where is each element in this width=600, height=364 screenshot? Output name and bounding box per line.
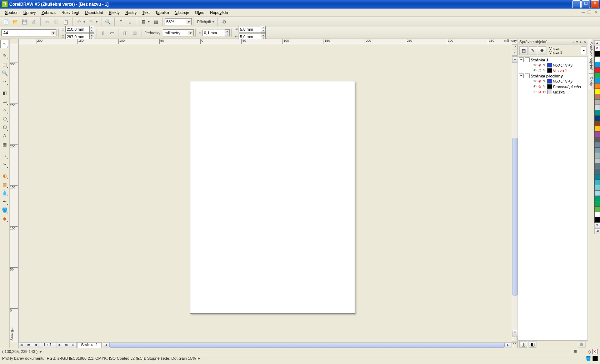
all-pages-button[interactable]: ◫ bbox=[121, 29, 130, 37]
new-layer-button[interactable]: ◫ bbox=[519, 341, 527, 348]
scroll-thumb[interactable] bbox=[109, 343, 505, 348]
copy-button[interactable]: ⿻ bbox=[52, 17, 61, 26]
color-swatch[interactable] bbox=[594, 131, 600, 137]
menu-okno[interactable]: Okno bbox=[192, 10, 207, 15]
color-swatch[interactable] bbox=[594, 206, 600, 212]
edit-icon[interactable]: ✎ bbox=[542, 63, 546, 67]
last-page-button[interactable]: ⏭ bbox=[63, 342, 70, 348]
doc-minimize-button[interactable]: ─ bbox=[581, 10, 585, 15]
color-swatch[interactable] bbox=[594, 174, 600, 180]
doc-close-button[interactable]: ✕ bbox=[594, 10, 598, 15]
edit-icon[interactable]: ✎ bbox=[542, 69, 546, 73]
panel-title-bar[interactable]: Správce objektů » ▾ ▴ ✕ bbox=[518, 39, 588, 45]
scroll-up-button[interactable]: ▲ bbox=[512, 56, 518, 63]
edit-icon[interactable]: ✎ bbox=[542, 79, 546, 84]
flyout-icon[interactable]: ▶ bbox=[40, 350, 42, 353]
color-swatch[interactable] bbox=[594, 78, 600, 84]
fill-swatch[interactable] bbox=[592, 356, 598, 361]
flyout-icon[interactable]: ▶ bbox=[198, 357, 200, 360]
app-launch-button[interactable]: ▦ bbox=[152, 17, 160, 26]
undo-button[interactable]: ↶ bbox=[75, 17, 83, 26]
color-swatch[interactable] bbox=[594, 190, 600, 196]
page-size-combo[interactable]: A4▾ bbox=[1, 29, 56, 36]
print-icon[interactable]: ⊘ bbox=[537, 85, 542, 89]
vertical-ruler[interactable]: milimetry 300250200150100500 bbox=[10, 44, 19, 342]
visibility-icon[interactable]: 👁 bbox=[532, 69, 537, 73]
prev-page-button[interactable]: ◀ bbox=[32, 342, 39, 348]
tree-item-label[interactable]: Pracovní plocha bbox=[553, 85, 581, 89]
collapse-icon[interactable]: − bbox=[519, 74, 524, 78]
menu-text[interactable]: Text bbox=[140, 10, 152, 15]
color-swatch[interactable] bbox=[594, 67, 600, 73]
layer-color-icon[interactable] bbox=[547, 63, 552, 67]
tree-item-label[interactable]: Mřížka bbox=[553, 90, 565, 94]
menu-usporadat[interactable]: Uspořádat bbox=[82, 10, 106, 15]
layer-color-icon[interactable] bbox=[547, 90, 552, 94]
print-icon[interactable]: ⊘ bbox=[537, 90, 542, 94]
color-swatch[interactable] bbox=[594, 201, 600, 207]
tree-master-label[interactable]: Stránka předlohy bbox=[531, 74, 563, 78]
scroll-left-button[interactable]: ◀ bbox=[103, 343, 109, 348]
panel-expand-icon[interactable]: » bbox=[572, 40, 575, 44]
color-swatch[interactable] bbox=[594, 105, 600, 110]
print-icon[interactable]: ⊘ bbox=[537, 63, 542, 67]
layer-view-icon[interactable]: 👁 bbox=[538, 46, 546, 55]
object-tree[interactable]: −Stránka 1 👁⊘✎Vodicí linky 👁🖨✎Vrstva 1 −… bbox=[518, 57, 588, 340]
color-swatch[interactable] bbox=[594, 169, 600, 175]
pick-tool[interactable]: ↖ bbox=[0, 40, 9, 48]
layer-color-icon[interactable] bbox=[547, 68, 552, 73]
tree-page-label[interactable]: Stránka 1 bbox=[531, 58, 549, 62]
color-swatch[interactable] bbox=[594, 196, 600, 201]
minimize-button[interactable]: _ bbox=[572, 0, 581, 8]
open-button[interactable]: 📂 bbox=[11, 17, 20, 26]
dimension-tool[interactable]: ↔ bbox=[1, 152, 9, 160]
polygon-tool[interactable]: ⬠ bbox=[1, 115, 9, 122]
connector-tool[interactable]: ⤷ bbox=[1, 160, 9, 168]
panel-flyout-button[interactable]: ▸ bbox=[581, 46, 586, 55]
basic-shapes-tool[interactable]: ⬡ bbox=[1, 123, 9, 131]
color-swatch[interactable] bbox=[594, 115, 600, 121]
interactive-blend-tool[interactable]: ◐ bbox=[1, 172, 9, 180]
color-swatch[interactable] bbox=[594, 180, 600, 185]
doc-restore-button[interactable]: ❐ bbox=[588, 10, 591, 15]
close-panel-icon[interactable]: × bbox=[512, 50, 518, 56]
menu-tabulka[interactable]: Tabulka bbox=[152, 10, 172, 15]
cut-button[interactable]: ✂ bbox=[43, 17, 51, 26]
tree-item-label[interactable]: Vodicí linky bbox=[553, 79, 572, 84]
color-swatch[interactable] bbox=[594, 110, 600, 116]
visibility-icon[interactable]: 👁 bbox=[532, 90, 537, 94]
spinner[interactable]: ▲▼ bbox=[225, 29, 230, 36]
navigator-corner-button[interactable]: ⛶ bbox=[511, 342, 518, 348]
current-page-button[interactable]: ▤ bbox=[130, 29, 139, 37]
color-swatch[interactable] bbox=[594, 83, 600, 89]
zoom-combo[interactable]: 58%▾ bbox=[165, 18, 192, 25]
scroll-down-button[interactable]: ▼ bbox=[512, 330, 518, 336]
color-swatch[interactable] bbox=[594, 121, 600, 126]
horizontal-ruler[interactable]: milimetry 200150100500501001502002503003… bbox=[18, 39, 518, 44]
import-button[interactable]: ⤒ bbox=[117, 17, 125, 26]
close-button[interactable]: ✕ bbox=[591, 0, 599, 8]
new-button[interactable]: 📄 bbox=[2, 17, 10, 26]
menu-napoveda[interactable]: Nápověda bbox=[207, 10, 231, 15]
no-outline-swatch[interactable]: × bbox=[592, 349, 598, 354]
color-swatch[interactable] bbox=[594, 217, 600, 223]
visibility-icon[interactable]: 👁 bbox=[532, 63, 537, 67]
portrait-button[interactable]: ▯ bbox=[99, 29, 107, 37]
menu-efekty[interactable]: Efekty bbox=[106, 10, 122, 15]
export-button[interactable]: ⤓ bbox=[126, 17, 135, 26]
redo-button[interactable]: ↷ bbox=[87, 17, 96, 26]
search-button[interactable]: 🔍 bbox=[104, 17, 112, 26]
visibility-icon[interactable]: 👁 bbox=[532, 85, 537, 89]
publish-menu-icon[interactable]: ▼ bbox=[148, 20, 150, 24]
next-page-button[interactable]: ▶ bbox=[56, 342, 63, 348]
fill-tool[interactable]: 🪣 bbox=[1, 206, 9, 214]
undo-menu-icon[interactable]: ▼ bbox=[83, 20, 86, 24]
page-tab[interactable]: Stránka 1 bbox=[77, 342, 102, 348]
palette-flyout[interactable]: ◀ bbox=[594, 228, 600, 234]
add-page-end-button[interactable]: ⊞ bbox=[70, 342, 77, 348]
nudge-input[interactable]: 0,1 mm bbox=[202, 30, 225, 36]
layer-mgr-view-icon[interactable]: ▤ bbox=[519, 46, 528, 55]
menu-zobrazit[interactable]: Zobrazit bbox=[39, 10, 59, 15]
panel-collapse-icon[interactable]: ▴ bbox=[580, 40, 582, 44]
collapse-icon[interactable]: − bbox=[519, 57, 524, 62]
